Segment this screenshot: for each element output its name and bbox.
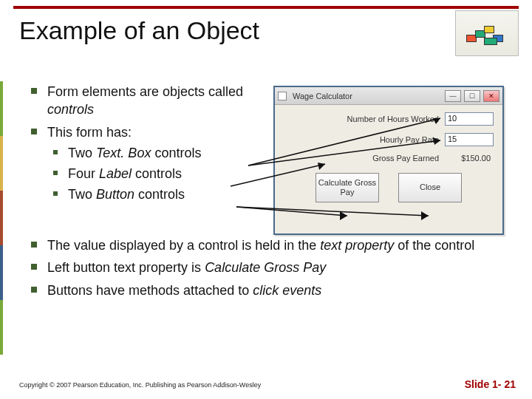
textbox-hours[interactable]: 10 (445, 112, 494, 126)
bullet-text: Two (68, 187, 96, 202)
close-button[interactable]: ✕ (483, 90, 499, 102)
bullet-list-top: Form elements are objects called control… (27, 83, 278, 208)
label-rate: Hourly Pay Rate (380, 135, 439, 144)
list-item: This form has: Two Text. Box controls Fo… (27, 123, 278, 204)
bullet-text: The value displayed by a control is held… (47, 238, 320, 253)
label-hours: Number of Hours Worked (347, 115, 439, 123)
bullet-italic: text property (320, 238, 394, 253)
window-wage-calculator: Wage Calculator — ☐ ✕ Number of Hours Wo… (273, 86, 504, 235)
textbox-rate[interactable]: 15 (445, 133, 494, 146)
app-icon (278, 92, 287, 100)
list-item: The value displayed by a control is held… (27, 236, 499, 254)
list-item: Two Button controls (47, 185, 278, 203)
bullet-text: Form elements are objects called (47, 84, 243, 99)
bullet-text: controls (151, 146, 201, 160)
bullet-italic: Calculate Gross Pay (205, 260, 326, 275)
window-title: Wage Calculator (290, 92, 442, 100)
list-item: Four Label controls (47, 165, 278, 183)
bullet-text: Left button text property is (47, 260, 205, 275)
bullet-text: This form has: (47, 125, 132, 140)
bullet-italic: Label (99, 166, 132, 181)
top-accent-bar (13, 6, 519, 9)
side-color-bar (0, 81, 3, 355)
bullet-italic: click events (253, 283, 321, 298)
list-item: Form elements are objects called control… (27, 83, 278, 119)
bullet-italic: Button (96, 187, 134, 202)
slide-number: Slide 1- 21 (465, 378, 516, 390)
titlebar: Wage Calculator — ☐ ✕ (275, 87, 502, 105)
button-close[interactable]: Close (398, 173, 462, 202)
maximize-button[interactable]: ☐ (464, 90, 480, 102)
bullet-italic: Text. Box (96, 146, 151, 160)
minimize-button[interactable]: — (445, 90, 461, 102)
list-item: Two Text. Box controls (47, 144, 278, 162)
bullet-italic: controls (47, 102, 94, 117)
slide-title: Example of an Object (19, 16, 259, 45)
bullet-text: Buttons have methods attached to (47, 283, 253, 298)
bullet-list-bottom: The value displayed by a control is held… (27, 236, 499, 304)
copyright-footer: Copyright © 2007 Pearson Education, Inc.… (19, 381, 261, 389)
list-item: Left button text property is Calculate G… (27, 259, 499, 276)
bullet-text: Two (68, 146, 96, 160)
list-item: Buttons have methods attached to click e… (27, 282, 499, 299)
label-gross: Gross Pay Earned (372, 154, 439, 163)
bullet-text: controls (134, 187, 185, 202)
button-calculate[interactable]: Calculate Gross Pay (316, 173, 379, 202)
value-gross: $150.00 (445, 154, 494, 163)
bullet-text: controls (132, 166, 182, 181)
bullet-text: of the control (394, 238, 474, 253)
book-logo (455, 10, 519, 56)
bullet-text: Four (68, 166, 99, 181)
